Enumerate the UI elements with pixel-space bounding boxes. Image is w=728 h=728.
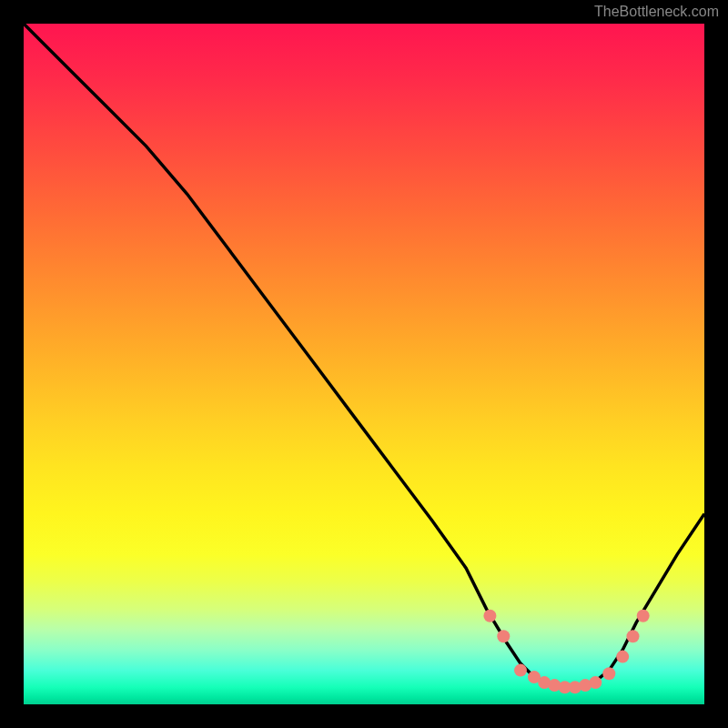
marker-point — [589, 676, 602, 689]
marker-point — [602, 667, 615, 680]
plot-area — [24, 24, 704, 704]
marker-point — [627, 630, 640, 642]
marker-point — [497, 630, 510, 642]
highlighted-points — [483, 610, 649, 694]
watermark-text: TheBottleneck.com — [594, 4, 719, 20]
bottleneck-curve — [24, 24, 704, 687]
curve-svg — [24, 24, 704, 704]
marker-point — [483, 610, 496, 622]
marker-point — [616, 651, 629, 663]
marker-point — [637, 610, 650, 622]
chart-container: TheBottleneck.com — [0, 0, 728, 728]
marker-point — [514, 664, 527, 677]
